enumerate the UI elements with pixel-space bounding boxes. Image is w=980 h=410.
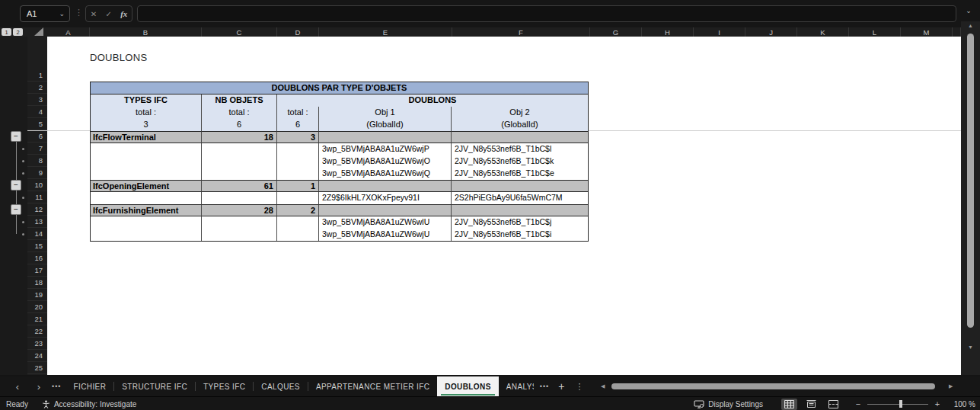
- sheet-tab-fichier[interactable]: FICHIER: [65, 376, 113, 396]
- row-header-19[interactable]: 19: [27, 289, 47, 301]
- empty-cell[interactable]: [277, 143, 319, 155]
- row-header-4[interactable]: 4: [27, 106, 47, 118]
- row-header-17[interactable]: 17: [27, 264, 47, 277]
- sheet-tab-doublons[interactable]: DOUBLONS: [437, 376, 498, 396]
- globalid-obj2-0-2[interactable]: 2JV_N8y553nef6B_T1bC$e: [452, 168, 588, 180]
- group-fill-1-obj1[interactable]: [319, 180, 452, 192]
- empty-cell[interactable]: [202, 168, 277, 180]
- empty-cell[interactable]: [91, 229, 202, 241]
- dbl-total-label[interactable]: total :: [277, 107, 319, 119]
- globalid-obj1-1-0[interactable]: 2Z9$6IkHL7XOKxFpeyv91I: [319, 192, 452, 204]
- col-header-nb-objets[interactable]: NB OBJETS: [202, 94, 277, 107]
- zoom-out-button[interactable]: −: [854, 399, 863, 408]
- group-fill-0-obj1[interactable]: [319, 131, 452, 143]
- empty-cell[interactable]: [202, 155, 277, 168]
- globalid-obj2-0-1[interactable]: 2JV_N8y553nef6B_T1bC$k: [452, 155, 588, 168]
- group-fill-2-obj1[interactable]: [319, 204, 452, 216]
- column-header-I[interactable]: I: [694, 27, 745, 37]
- sheet-menu-icon[interactable]: ⋮: [575, 382, 583, 392]
- next-sheet-icon[interactable]: ›: [32, 381, 46, 392]
- row-header-7[interactable]: 7: [27, 143, 47, 155]
- col-header-doublons[interactable]: DOUBLONS: [277, 94, 588, 107]
- insert-function-icon[interactable]: fx: [120, 9, 127, 18]
- empty-cell[interactable]: [202, 192, 277, 204]
- column-header-B[interactable]: B: [90, 27, 202, 37]
- column-header-K[interactable]: K: [797, 27, 849, 37]
- obj2-label[interactable]: Obj 2: [452, 107, 588, 119]
- select-all-icon[interactable]: [34, 27, 43, 36]
- empty-cell[interactable]: [277, 192, 319, 204]
- column-header-A[interactable]: A: [47, 27, 90, 37]
- collapse-group-row-10-button[interactable]: −: [11, 180, 21, 191]
- globalid-obj2-0-0[interactable]: 2JV_N8y553nef6B_T1bC$l: [452, 143, 588, 155]
- column-header-G[interactable]: G: [590, 27, 642, 37]
- enter-icon[interactable]: ✓: [105, 10, 111, 18]
- page-break-view-button[interactable]: [825, 399, 841, 410]
- doublons-count-IfcFurnishingElement[interactable]: 2: [277, 204, 319, 216]
- column-header-E[interactable]: E: [319, 27, 452, 37]
- empty-cell[interactable]: [202, 143, 277, 155]
- scroll-down-icon[interactable]: ▼: [961, 344, 980, 350]
- sheet-tab-appartenance-metier-ifc[interactable]: APPARTENANCE METIER IFC: [308, 376, 437, 396]
- group-fill-2-obj2[interactable]: [452, 204, 588, 216]
- row-header-3[interactable]: 3: [27, 94, 47, 106]
- status-accessibility[interactable]: Accessibility: Investigate: [54, 400, 136, 408]
- row-header-15[interactable]: 15: [27, 240, 47, 252]
- name-box-dropdown-icon[interactable]: ⌄: [59, 10, 65, 18]
- dbl-total-value[interactable]: 6: [277, 119, 319, 131]
- globalid-obj1-0-1[interactable]: 3wp_5BVMjABA8A1uZW6wjO: [319, 155, 452, 168]
- prev-sheet-icon[interactable]: ‹: [11, 381, 24, 392]
- globalid-obj2-2-0[interactable]: 2JV_N8y553nef6B_T1bC$j: [452, 216, 588, 229]
- outline-level-1-button[interactable]: 1: [2, 28, 11, 36]
- cells-area[interactable]: DOUBLONS DOUBLONS PAR TYPE D'OBJETS TYPE…: [47, 37, 961, 375]
- formula-input[interactable]: [137, 5, 956, 22]
- obj1-label[interactable]: Obj 1: [319, 107, 452, 119]
- nb-objets-IfcFurnishingElement[interactable]: 28: [202, 204, 277, 216]
- row-header-23[interactable]: 23: [27, 338, 47, 350]
- globalid-obj1-2-1[interactable]: 3wp_5BVMjABA8A1uZW6wjU: [319, 229, 452, 241]
- column-header-D[interactable]: D: [277, 27, 319, 37]
- obj2-globalid-label[interactable]: (GlobalId): [452, 119, 588, 131]
- more-tabs-left-icon[interactable]: •••: [52, 383, 61, 390]
- empty-cell[interactable]: [91, 143, 202, 155]
- empty-cell[interactable]: [277, 155, 319, 168]
- collapse-group-row-6-button[interactable]: −: [11, 131, 21, 142]
- row-header-13[interactable]: 13: [27, 216, 47, 228]
- hscroll-right-icon[interactable]: ▶: [949, 383, 953, 389]
- empty-cell[interactable]: [202, 229, 277, 241]
- sheet-tab-calques[interactable]: CALQUES: [254, 376, 308, 396]
- row-header-9[interactable]: 9: [27, 167, 47, 179]
- group-fill-0-obj2[interactable]: [452, 131, 588, 143]
- doublons-count-IfcFlowTerminal[interactable]: 3: [277, 131, 319, 143]
- type-cell-IfcFurnishingElement[interactable]: IfcFurnishingElement: [91, 204, 202, 216]
- globalid-obj2-2-1[interactable]: 2JV_N8y553nef6B_T1bC$i: [452, 229, 588, 241]
- obj1-globalid-label[interactable]: (GlobalId): [319, 119, 452, 131]
- outline-level-2-button[interactable]: 2: [13, 28, 23, 36]
- column-header-F[interactable]: F: [452, 27, 590, 37]
- empty-cell[interactable]: [91, 192, 202, 204]
- row-header-22[interactable]: 22: [27, 325, 47, 338]
- empty-cell[interactable]: [277, 216, 319, 229]
- empty-cell[interactable]: [277, 229, 319, 241]
- column-header-L[interactable]: L: [849, 27, 901, 37]
- page-layout-view-button[interactable]: [803, 399, 819, 410]
- types-total-label[interactable]: total :: [91, 107, 202, 119]
- row-header-10[interactable]: 10: [27, 179, 47, 191]
- zoom-level[interactable]: 100 %: [950, 400, 975, 408]
- sheet-tab-structure-ifc[interactable]: STRUCTURE IFC: [114, 376, 195, 396]
- group-fill-1-obj2[interactable]: [452, 180, 588, 192]
- display-settings-button[interactable]: Display Settings: [694, 400, 763, 408]
- zoom-in-button[interactable]: +: [933, 399, 942, 408]
- formula-menu-icon[interactable]: ⋮: [75, 8, 84, 18]
- globalid-obj1-0-2[interactable]: 3wp_5BVMjABA8A1uZW6wjQ: [319, 168, 452, 180]
- nb-objets-IfcFlowTerminal[interactable]: 18: [202, 131, 277, 143]
- sheet-tab-types-ifc[interactable]: TYPES IFC: [196, 376, 253, 396]
- cancel-icon[interactable]: ✕: [91, 10, 97, 18]
- empty-cell[interactable]: [91, 216, 202, 229]
- globalid-obj1-2-0[interactable]: 3wp_5BVMjABA8A1uZW6wlU: [319, 216, 452, 229]
- vertical-scrollbar-thumb[interactable]: [967, 34, 974, 328]
- row-header-18[interactable]: 18: [27, 277, 47, 289]
- empty-cell[interactable]: [202, 216, 277, 229]
- hscroll-left-icon[interactable]: ◀: [601, 383, 605, 389]
- globalid-obj1-0-0[interactable]: 3wp_5BVMjABA8A1uZW6wjP: [319, 143, 452, 155]
